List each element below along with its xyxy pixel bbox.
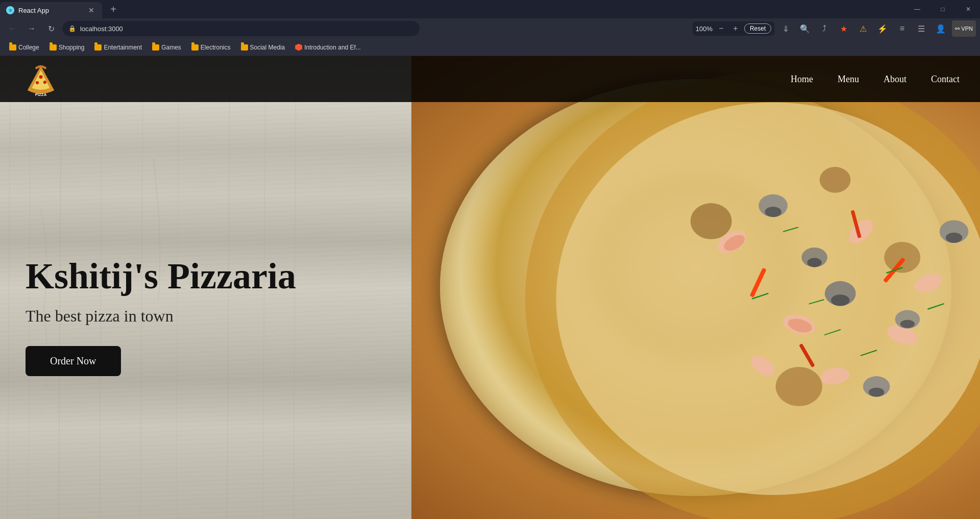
hero-title: Kshitij's Pizzaria <box>26 256 296 296</box>
hero-right-panel <box>411 56 980 519</box>
nav-about[interactable]: About <box>884 74 906 85</box>
svg-point-14 <box>776 367 822 406</box>
nav-links: Home Menu About Contact <box>791 74 960 85</box>
bookmark-shopping[interactable]: Shopping <box>46 43 88 52</box>
bookmark-social-media[interactable]: Social Media <box>238 43 288 52</box>
svg-line-0 <box>8 56 10 519</box>
zoom-icon[interactable]: 🔍 <box>797 20 813 37</box>
bookmark-label: Shopping <box>59 44 85 51</box>
tab-bar: ⚛ React App ✕ + — □ ✕ <box>0 0 980 18</box>
sync-icon[interactable]: ≡ <box>894 20 910 37</box>
extensions-icon[interactable]: ⚡ <box>874 20 891 37</box>
bookmark-electronics[interactable]: Electronics <box>188 43 234 52</box>
bookmark-entertainment[interactable]: Entertainment <box>91 43 145 52</box>
bookmark-label: Introduction and Ef... <box>304 44 361 51</box>
svg-point-48 <box>36 81 39 84</box>
svg-point-25 <box>765 207 781 217</box>
navigation-bar: PIZZA Home Menu About Contact <box>0 56 980 102</box>
share-icon[interactable]: ⤴ <box>816 20 832 37</box>
bookmark-label: Electronics <box>201 44 231 51</box>
toolbar-right: 100% − + Reset ⇓ 🔍 ⤴ ★ ⚠ ⚡ ≡ ☰ 👤 ⚯ VPN <box>693 20 976 37</box>
folder-icon <box>191 44 199 51</box>
folder-icon <box>241 44 248 51</box>
svg-point-49 <box>43 81 46 84</box>
pizza-logo-svg: PIZZA <box>23 61 59 97</box>
svg-point-29 <box>869 387 884 397</box>
brave-shield-icon[interactable]: ★ <box>836 20 852 37</box>
pizza-logo: PIZZA <box>20 59 61 100</box>
logo-area: PIZZA <box>20 59 61 100</box>
bookmark-label: College <box>18 44 39 51</box>
active-tab[interactable]: ⚛ React App ✕ <box>0 2 102 18</box>
sidebar-icon[interactable]: ☰ <box>913 20 929 37</box>
tab-title: React App <box>18 7 83 14</box>
svg-point-35 <box>900 320 915 328</box>
browser-chrome: ⚛ React App ✕ + — □ ✕ ← → ↻ 🔒 localhost:… <box>0 0 980 56</box>
svg-point-31 <box>946 233 962 243</box>
svg-text:PIZZA: PIZZA <box>35 92 47 97</box>
window-controls: — □ ✕ <box>905 0 980 18</box>
nav-home[interactable]: Home <box>791 74 813 85</box>
pizza-toppings-svg <box>411 56 980 519</box>
pizza-image <box>411 56 980 519</box>
zoom-in-button[interactable]: + <box>730 23 741 34</box>
bookmark-college[interactable]: College <box>6 43 42 52</box>
zoom-out-button[interactable]: − <box>716 23 727 34</box>
folder-icon <box>152 44 159 51</box>
svg-point-11 <box>691 203 732 239</box>
profile-icon[interactable]: 👤 <box>933 20 949 37</box>
website-content: PIZZA Home Menu About Contact Kshitij's … <box>0 56 980 519</box>
bookmark-label: Games <box>161 44 181 51</box>
bookmark-introduction[interactable]: Introduction and Ef... <box>292 43 364 52</box>
svg-point-47 <box>39 75 43 79</box>
folder-icon <box>9 44 16 51</box>
zoom-controls: 100% − + Reset <box>693 21 775 36</box>
maximize-button[interactable]: □ <box>931 0 954 18</box>
brave-icon <box>295 44 302 51</box>
nav-menu[interactable]: Menu <box>838 74 859 85</box>
minimize-button[interactable]: — <box>905 0 929 18</box>
back-button[interactable]: ← <box>4 20 20 37</box>
forward-button[interactable]: → <box>23 20 40 37</box>
zoom-level: 100% <box>696 25 713 33</box>
bookmark-label: Entertainment <box>104 44 142 51</box>
svg-point-12 <box>820 167 851 193</box>
bookmark-label: Social Media <box>250 44 285 51</box>
tab-favicon: ⚛ <box>6 6 14 14</box>
alert-icon[interactable]: ⚠ <box>855 20 871 37</box>
address-bar-row: ← → ↻ 🔒 localhost:3000 100% − + Reset ⇓ … <box>0 18 980 39</box>
svg-point-27 <box>831 294 849 306</box>
svg-point-33 <box>807 258 822 267</box>
new-tab-button[interactable]: + <box>106 2 120 16</box>
bookmark-games[interactable]: Games <box>149 43 184 52</box>
nav-contact[interactable]: Contact <box>931 74 960 85</box>
close-button[interactable]: ✕ <box>957 0 980 18</box>
folder-icon <box>50 44 57 51</box>
vpn-icon[interactable]: ⚯ VPN <box>952 20 976 37</box>
lock-icon: 🔒 <box>68 25 76 32</box>
reload-button[interactable]: ↻ <box>43 20 59 37</box>
address-bar[interactable]: 🔒 localhost:3000 <box>62 21 420 36</box>
hero-subtitle: The best pizza in town <box>26 307 296 326</box>
zoom-reset-button[interactable]: Reset <box>744 23 771 34</box>
order-now-button[interactable]: Order Now <box>26 346 121 376</box>
tab-close-button[interactable]: ✕ <box>87 6 96 15</box>
hero-text-content: Kshitij's Pizzaria The best pizza in tow… <box>26 256 296 376</box>
url-text: localhost:3000 <box>80 25 123 33</box>
bookmarks-bar: College Shopping Entertainment Games Ele… <box>0 39 980 56</box>
folder-icon <box>94 44 102 51</box>
svg-point-10 <box>556 103 980 495</box>
download-icon[interactable]: ⇓ <box>777 20 794 37</box>
